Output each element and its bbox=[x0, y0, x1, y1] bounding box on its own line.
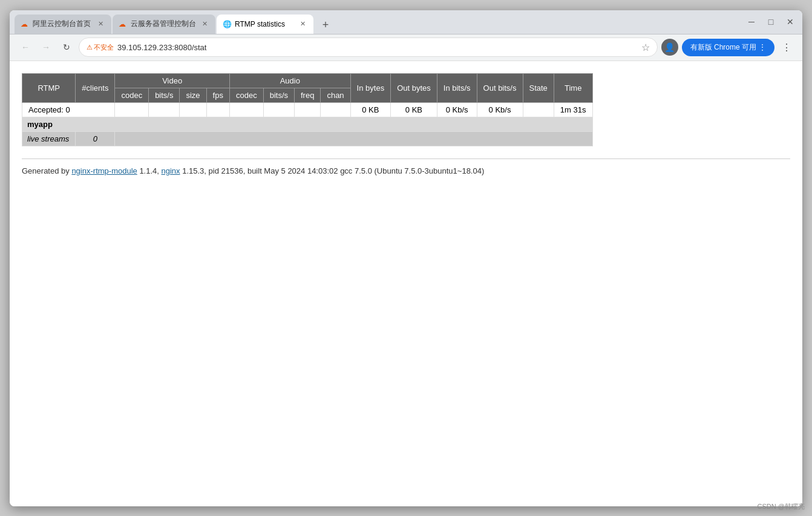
abits-cell bbox=[263, 102, 294, 117]
col-header-time: Time bbox=[554, 73, 592, 102]
update-chrome-button[interactable]: 有新版 Chrome 可用 ⋮ bbox=[682, 39, 774, 56]
tab-favicon-1: ☁ bbox=[21, 20, 29, 28]
tab-favicon-3: 🌐 bbox=[223, 20, 231, 28]
tab-close-1[interactable]: ✕ bbox=[96, 19, 105, 29]
inbytes-cell: 0 KB bbox=[350, 102, 391, 117]
app-name-cell: myapp bbox=[22, 117, 593, 131]
rtmp-stats-table: RTMP #clients Video Audio In bytes Out b… bbox=[22, 73, 593, 146]
update-menu-icon: ⋮ bbox=[759, 43, 766, 51]
col-header-vbits: bits/s bbox=[149, 88, 180, 102]
title-bar: ☁ 阿里云控制台首页 ✕ ☁ 云服务器管理控制台 ✕ 🌐 RTMP statis… bbox=[10, 10, 802, 34]
footer-prefix: Generated by bbox=[22, 166, 71, 175]
reload-button[interactable]: ↻ bbox=[58, 39, 75, 56]
col-header-abits: bits/s bbox=[263, 88, 294, 102]
acodec-cell bbox=[229, 102, 263, 117]
col-header-afreq: freq bbox=[295, 88, 321, 102]
vbits-cell bbox=[149, 102, 180, 117]
forward-button[interactable]: → bbox=[38, 39, 54, 56]
col-header-clients: #clients bbox=[76, 73, 115, 102]
accepted-row: Accepted: 0 0 KB 0 KB 0 Kb/s 0 Kb/s 1m 3… bbox=[22, 102, 593, 117]
address-bar: ← → ↻ ⚠ 不安全 39.105.129.233:8080/stat ☆ 👤… bbox=[10, 34, 802, 61]
profile-button[interactable]: 👤 bbox=[661, 39, 678, 56]
col-header-audio: Audio bbox=[229, 73, 350, 88]
col-header-video: Video bbox=[115, 73, 230, 88]
url-box[interactable]: ⚠ 不安全 39.105.129.233:8080/stat ☆ bbox=[79, 38, 658, 57]
vfps-cell bbox=[206, 102, 229, 117]
tab-bar: ☁ 阿里云控制台首页 ✕ ☁ 云服务器管理控制台 ✕ 🌐 RTMP statis… bbox=[15, 10, 737, 34]
bookmark-icon[interactable]: ☆ bbox=[641, 42, 650, 53]
tab-label-1: 阿里云控制台首页 bbox=[33, 19, 92, 29]
col-header-inbits: In bits/s bbox=[437, 73, 477, 102]
minimize-button[interactable]: ─ bbox=[744, 15, 759, 29]
col-header-acodec: codec bbox=[229, 88, 263, 102]
col-header-vcodec: codec bbox=[115, 88, 149, 102]
col-header-inbytes: In bytes bbox=[350, 73, 391, 102]
app-row: myapp bbox=[22, 117, 593, 131]
footer-link1-version: 1.1.4, bbox=[137, 166, 162, 175]
col-header-vfps: fps bbox=[206, 88, 229, 102]
time-cell: 1m 31s bbox=[554, 102, 592, 117]
stream-count-cell: 0 bbox=[76, 131, 115, 146]
footer-link-nginx[interactable]: nginx bbox=[162, 166, 180, 175]
browser-menu-button[interactable]: ⋮ bbox=[778, 39, 795, 56]
col-header-outbits: Out bits/s bbox=[477, 73, 523, 102]
outbits-cell: 0 Kb/s bbox=[477, 102, 523, 117]
close-button[interactable]: ✕ bbox=[783, 15, 797, 29]
accepted-cell: Accepted: 0 bbox=[22, 102, 115, 117]
page-content: RTMP #clients Video Audio In bytes Out b… bbox=[10, 61, 802, 506]
tab-rtmp-stats[interactable]: 🌐 RTMP statistics ✕ bbox=[217, 15, 313, 34]
tab-aliyun-home[interactable]: ☁ 阿里云控制台首页 ✕ bbox=[15, 15, 111, 34]
tab-label-3: RTMP statistics bbox=[235, 20, 294, 28]
tab-favicon-2: ☁ bbox=[119, 20, 127, 28]
stream-label-cell: live streams bbox=[22, 131, 76, 146]
col-header-state: State bbox=[523, 73, 554, 102]
watermark: CSDN @韩曜亮 bbox=[758, 502, 805, 511]
vsize-cell bbox=[180, 102, 206, 117]
footer: Generated by nginx-rtmp-module 1.1.4, ng… bbox=[22, 158, 790, 175]
url-text: 39.105.129.233:8080/stat bbox=[117, 43, 638, 52]
maximize-button[interactable]: □ bbox=[764, 15, 778, 29]
tab-close-3[interactable]: ✕ bbox=[298, 19, 307, 29]
window-controls: ─ □ ✕ bbox=[744, 15, 797, 29]
tab-close-2[interactable]: ✕ bbox=[200, 19, 209, 29]
security-warning: ⚠ 不安全 bbox=[87, 43, 114, 52]
afreq-cell bbox=[295, 102, 321, 117]
tab-cloud-console[interactable]: ☁ 云服务器管理控制台 ✕ bbox=[113, 15, 215, 34]
inbits-cell: 0 Kb/s bbox=[437, 102, 477, 117]
achan-cell bbox=[321, 102, 350, 117]
vcodec-cell bbox=[115, 102, 149, 117]
col-header-rtmp: RTMP bbox=[22, 73, 76, 102]
outbytes-cell: 0 KB bbox=[391, 102, 437, 117]
footer-suffix: 1.15.3, pid 21536, built May 5 2024 14:0… bbox=[180, 166, 485, 175]
browser-window: ☁ 阿里云控制台首页 ✕ ☁ 云服务器管理控制台 ✕ 🌐 RTMP statis… bbox=[10, 10, 802, 506]
footer-link-module[interactable]: nginx-rtmp-module bbox=[71, 166, 137, 175]
col-header-achan: chan bbox=[321, 88, 350, 102]
tab-label-2: 云服务器管理控制台 bbox=[131, 19, 196, 29]
stream-row: live streams 0 bbox=[22, 131, 593, 146]
new-tab-button[interactable]: + bbox=[317, 17, 334, 34]
col-header-outbytes: Out bytes bbox=[391, 73, 437, 102]
stream-empty bbox=[115, 131, 592, 146]
back-button[interactable]: ← bbox=[17, 39, 34, 56]
col-header-vsize: size bbox=[180, 88, 206, 102]
state-cell bbox=[523, 102, 554, 117]
